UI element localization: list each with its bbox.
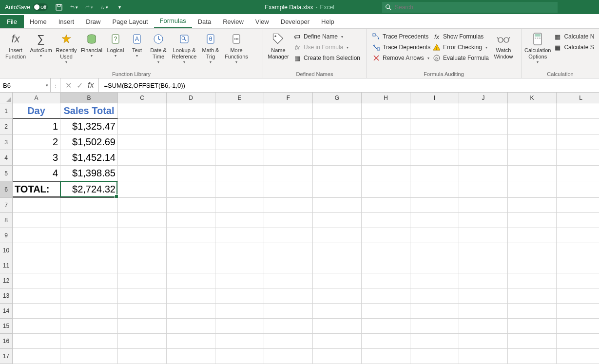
cell[interactable] — [459, 304, 508, 319]
cell[interactable] — [508, 349, 557, 364]
cell[interactable] — [459, 150, 508, 166]
cell[interactable] — [118, 119, 167, 134]
cell[interactable]: 4 — [13, 166, 60, 181]
cell[interactable] — [362, 334, 410, 349]
search-input[interactable] — [395, 4, 555, 11]
cell[interactable] — [410, 334, 459, 349]
cell[interactable] — [557, 288, 599, 304]
cell[interactable] — [459, 181, 508, 198]
cell[interactable] — [362, 119, 410, 134]
cell[interactable]: $1,398.85 — [60, 166, 118, 181]
cell[interactable] — [167, 228, 215, 243]
cell[interactable] — [60, 243, 118, 258]
row-header[interactable]: 4 — [0, 150, 13, 166]
cell[interactable] — [557, 273, 599, 288]
cell[interactable] — [167, 213, 215, 228]
cell[interactable] — [60, 213, 118, 228]
calculation-options-button[interactable]: Calculation Options▾ — [524, 31, 551, 65]
autosave-toggle[interactable]: Off — [33, 3, 48, 11]
cell[interactable] — [508, 134, 557, 150]
row-header[interactable]: 1 — [0, 103, 13, 119]
trace-dependents-button[interactable]: Trace Dependents — [369, 42, 430, 52]
name-box[interactable] — [0, 82, 50, 89]
cell[interactable] — [362, 349, 410, 364]
cell[interactable] — [13, 288, 60, 304]
cell[interactable] — [459, 228, 508, 243]
cell[interactable] — [508, 119, 557, 134]
cell[interactable]: Day — [13, 103, 60, 119]
cell[interactable] — [264, 349, 313, 364]
date-time-button[interactable]: Date & Time▾ — [147, 31, 170, 65]
cell[interactable] — [362, 304, 410, 319]
cell[interactable] — [459, 319, 508, 334]
cell[interactable] — [313, 243, 362, 258]
cell[interactable] — [167, 334, 215, 349]
cell[interactable] — [264, 258, 313, 273]
cell[interactable] — [508, 273, 557, 288]
cell[interactable] — [410, 198, 459, 213]
cell[interactable] — [13, 304, 60, 319]
customize-qat-button[interactable]: ▾ — [116, 3, 123, 11]
cell[interactable] — [410, 134, 459, 150]
cell[interactable] — [362, 150, 410, 166]
redo-button[interactable]: ▾ — [85, 3, 93, 11]
column-header[interactable]: F — [264, 93, 313, 103]
row-header[interactable]: 7 — [0, 198, 13, 213]
cell[interactable] — [215, 304, 264, 319]
cell[interactable] — [557, 349, 599, 364]
column-header[interactable]: G — [313, 93, 362, 103]
cell[interactable] — [60, 349, 118, 364]
cell[interactable] — [118, 304, 167, 319]
cell[interactable] — [118, 198, 167, 213]
column-header[interactable]: E — [215, 93, 264, 103]
cell[interactable] — [362, 273, 410, 288]
cell[interactable] — [118, 243, 167, 258]
cell[interactable] — [410, 213, 459, 228]
cell[interactable] — [362, 228, 410, 243]
cell[interactable] — [508, 304, 557, 319]
cell[interactable] — [508, 181, 557, 198]
tab-view[interactable]: View — [250, 15, 275, 28]
cell[interactable] — [215, 228, 264, 243]
tab-developer[interactable]: Developer — [275, 15, 315, 28]
cell[interactable] — [264, 166, 313, 181]
cell[interactable] — [459, 258, 508, 273]
cell[interactable] — [410, 319, 459, 334]
column-header[interactable]: D — [167, 93, 215, 103]
select-all-corner[interactable] — [0, 93, 13, 103]
cell[interactable] — [557, 258, 599, 273]
cell[interactable] — [264, 243, 313, 258]
cell[interactable] — [167, 304, 215, 319]
cell[interactable] — [459, 273, 508, 288]
cell[interactable] — [557, 103, 599, 119]
cell[interactable] — [13, 349, 60, 364]
cell[interactable] — [215, 258, 264, 273]
cell[interactable] — [215, 273, 264, 288]
cell[interactable] — [362, 181, 410, 198]
save-icon[interactable] — [55, 3, 63, 11]
cell[interactable] — [362, 134, 410, 150]
cell[interactable] — [362, 213, 410, 228]
cell[interactable] — [60, 334, 118, 349]
cell[interactable] — [118, 150, 167, 166]
cell[interactable] — [13, 198, 60, 213]
cell[interactable] — [459, 213, 508, 228]
cell[interactable] — [264, 213, 313, 228]
cell[interactable] — [167, 198, 215, 213]
calculate-now-button[interactable]: ▦ Calculate N — [551, 32, 597, 41]
row-header[interactable]: 10 — [0, 243, 13, 258]
cell[interactable] — [118, 273, 167, 288]
cell[interactable] — [557, 198, 599, 213]
chevron-down-icon[interactable]: ▾ — [91, 5, 93, 10]
cell[interactable] — [508, 103, 557, 119]
tab-data[interactable]: Data — [192, 15, 217, 28]
cell[interactable] — [557, 181, 599, 198]
cell[interactable] — [264, 134, 313, 150]
cell[interactable] — [410, 119, 459, 134]
cell[interactable] — [362, 243, 410, 258]
cell[interactable] — [508, 166, 557, 181]
cell[interactable] — [60, 288, 118, 304]
cell[interactable] — [167, 258, 215, 273]
cell[interactable] — [362, 166, 410, 181]
cell[interactable] — [508, 228, 557, 243]
